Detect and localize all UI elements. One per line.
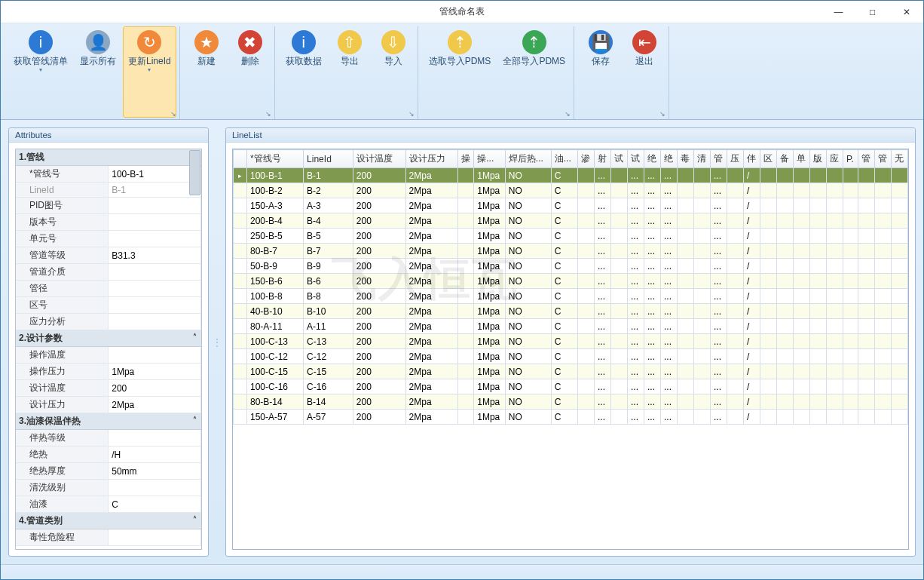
cell[interactable]: 2Mpa	[405, 198, 458, 213]
cell[interactable]	[727, 274, 743, 289]
cell[interactable]	[843, 289, 858, 304]
show-all-button[interactable]: 👤显示所有	[75, 26, 121, 118]
cell[interactable]	[458, 274, 474, 289]
column-header[interactable]: 渗	[577, 150, 594, 168]
cell[interactable]: ...	[710, 379, 727, 394]
cell[interactable]	[693, 289, 710, 304]
row-handle[interactable]	[234, 289, 247, 304]
property-value[interactable]: 50mm	[109, 463, 201, 480]
cell[interactable]	[693, 410, 710, 425]
cell[interactable]	[577, 229, 594, 244]
row-handle[interactable]	[234, 349, 247, 364]
cell[interactable]: 1Mpa	[474, 394, 506, 410]
minimize-button[interactable]: —	[822, 1, 855, 23]
cell[interactable]: ...	[594, 168, 610, 183]
cell[interactable]: 200	[353, 394, 405, 410]
cell[interactable]: ...	[660, 334, 677, 349]
table-row[interactable]: 100-C-13C-132002Mpa1MpaNOC..............…	[234, 334, 908, 349]
cell[interactable]: 200	[353, 229, 405, 244]
cell[interactable]: C	[551, 274, 577, 289]
column-header[interactable]: 无	[891, 150, 907, 168]
cell[interactable]: 2Mpa	[405, 349, 458, 364]
table-row[interactable]: 80-B-14B-142002Mpa1MpaNOC...............…	[234, 394, 908, 410]
cell[interactable]	[727, 349, 743, 364]
cell[interactable]	[843, 410, 858, 425]
cell[interactable]: ...	[660, 289, 677, 304]
cell[interactable]: ...	[660, 229, 677, 244]
cell[interactable]	[760, 334, 776, 349]
cell[interactable]: ...	[710, 319, 727, 334]
property-value[interactable]: 200	[109, 380, 201, 397]
property-grid[interactable]: 1.管线˄*管线号100-B-1LineIdB-1PID图号版本号单元号管道等级…	[15, 149, 202, 550]
table-row[interactable]: 100-B-8B-82002Mpa1MpaNOC.............../	[234, 289, 908, 304]
cell[interactable]: 200	[353, 259, 405, 274]
cell[interactable]: ...	[644, 379, 660, 394]
cell[interactable]	[874, 334, 891, 349]
cell[interactable]: ...	[594, 334, 610, 349]
cell[interactable]: 200	[353, 364, 405, 379]
cell[interactable]	[458, 364, 474, 379]
table-row[interactable]: 100-C-15C-152002Mpa1MpaNOC..............…	[234, 364, 908, 379]
cell[interactable]	[760, 304, 776, 319]
cell[interactable]: /	[743, 394, 760, 410]
cell[interactable]	[727, 364, 743, 379]
cell[interactable]: C	[551, 379, 577, 394]
row-handle[interactable]	[234, 244, 247, 259]
cell[interactable]	[874, 168, 891, 183]
cell[interactable]: ...	[710, 244, 727, 259]
column-header[interactable]: 操...	[474, 150, 506, 168]
cell[interactable]: 100-B-2	[247, 183, 304, 198]
column-header[interactable]: 应	[826, 150, 843, 168]
cell[interactable]: B-2	[304, 183, 353, 198]
cell[interactable]: 1Mpa	[474, 410, 506, 425]
cell[interactable]	[826, 304, 843, 319]
cell[interactable]: ...	[710, 304, 727, 319]
cell[interactable]	[727, 198, 743, 213]
cell[interactable]: ...	[594, 364, 610, 379]
cell[interactable]: NO	[505, 259, 551, 274]
cell[interactable]: 2Mpa	[405, 229, 458, 244]
cell[interactable]: 100-C-16	[247, 379, 304, 394]
cell[interactable]: /	[743, 244, 760, 259]
cell[interactable]: 1Mpa	[474, 213, 506, 229]
cell[interactable]	[843, 334, 858, 349]
cell[interactable]	[610, 289, 627, 304]
cell[interactable]	[577, 349, 594, 364]
cell[interactable]: 80-B-7	[247, 244, 304, 259]
fetch-data-button[interactable]: i获取数据	[280, 26, 327, 118]
column-header[interactable]: 管	[874, 150, 891, 168]
cell[interactable]: 1Mpa	[474, 274, 506, 289]
cell[interactable]	[577, 319, 594, 334]
cell[interactable]	[776, 198, 793, 213]
cell[interactable]	[776, 289, 793, 304]
cell[interactable]	[843, 379, 858, 394]
cell[interactable]: ...	[644, 259, 660, 274]
refresh-lineid-button[interactable]: ↻更新LineId▾	[123, 26, 176, 118]
cell[interactable]: 200	[353, 198, 405, 213]
cell[interactable]	[793, 244, 809, 259]
cell[interactable]	[843, 274, 858, 289]
cell[interactable]: 200	[353, 289, 405, 304]
cell[interactable]	[458, 198, 474, 213]
cell[interactable]: 1Mpa	[474, 364, 506, 379]
cell[interactable]: C	[551, 183, 577, 198]
cell[interactable]: /	[743, 183, 760, 198]
cell[interactable]: ...	[644, 394, 660, 410]
cell[interactable]: C	[551, 319, 577, 334]
cell[interactable]	[776, 304, 793, 319]
cell[interactable]: ...	[660, 168, 677, 183]
cell[interactable]	[577, 394, 594, 410]
cell[interactable]	[458, 168, 474, 183]
cell[interactable]	[458, 379, 474, 394]
cell[interactable]	[874, 410, 891, 425]
cell[interactable]: 1Mpa	[474, 229, 506, 244]
splitter[interactable]: ⋮	[213, 127, 221, 557]
cell[interactable]: 2Mpa	[405, 304, 458, 319]
cell[interactable]	[858, 334, 874, 349]
cell[interactable]: ...	[627, 364, 644, 379]
cell[interactable]	[809, 334, 826, 349]
cell[interactable]	[776, 394, 793, 410]
cell[interactable]: ...	[594, 183, 610, 198]
row-handle[interactable]	[234, 334, 247, 349]
property-value[interactable]	[109, 198, 201, 214]
